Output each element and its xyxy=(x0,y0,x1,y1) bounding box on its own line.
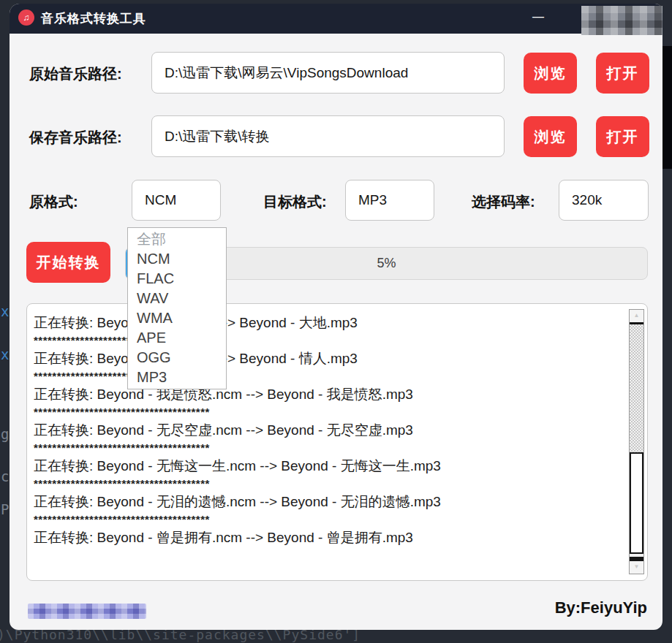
format-option-NCM[interactable]: NCM xyxy=(128,249,226,269)
log-message: 正在转换: Beyond - 我是愤怒.ncm --> Beyond - 我是愤… xyxy=(34,384,611,404)
log-content: 正在转换: Beyond - 大地.ncm --> Beyond - 大地.mp… xyxy=(34,313,611,547)
save-path-label: 保存音乐路径: xyxy=(29,128,122,148)
log-message: 正在转换: Beyond - 无悔这一生.ncm --> Beyond - 无悔… xyxy=(34,456,611,476)
censored-titlebar-block xyxy=(581,6,662,35)
source-format-dropdown: 全部NCMFLACWAVWMAAPEOGGMP3 xyxy=(127,227,227,389)
scrollbar-up-icon[interactable]: ▲ xyxy=(630,310,643,324)
log-message: 正在转换: Beyond - 曾是拥有.ncm --> Beyond - 曾是拥… xyxy=(34,528,611,547)
format-option-WMA[interactable]: WMA xyxy=(128,308,226,328)
author-credit: By:FeiyuYip xyxy=(468,598,647,617)
save-path-input[interactable] xyxy=(151,115,505,157)
source-open-button[interactable]: 打开 xyxy=(596,53,649,94)
log-message: 正在转换: Beyond - 大地.ncm --> Beyond - 大地.mp… xyxy=(34,313,611,332)
format-option-OGG[interactable]: OGG xyxy=(128,348,226,368)
format-option-APE[interactable]: APE xyxy=(128,328,226,348)
background-right-edge xyxy=(662,46,672,169)
source-browse-button[interactable]: 浏览 xyxy=(524,53,577,94)
target-format-label: 目标格式: xyxy=(263,192,327,212)
save-browse-button[interactable]: 浏览 xyxy=(524,116,577,157)
scrollbar-down-icon[interactable]: ▼ xyxy=(630,559,643,574)
start-convert-button[interactable]: 开始转换 xyxy=(26,242,110,283)
log-message: 正在转换: Beyond - 无泪的遗憾.ncm --> Beyond - 无泪… xyxy=(34,492,611,511)
log-separator: ************************************** xyxy=(34,404,611,420)
screen: )\Python310\\lib\\site-packages\\PySide6… xyxy=(0,0,672,643)
log-scrollbar[interactable]: ▲ ▼ xyxy=(629,309,644,574)
window-title: 音乐格式转换工具 xyxy=(41,10,146,27)
scrollbar-thumb[interactable] xyxy=(630,452,643,554)
source-path-label: 原始音乐路径: xyxy=(29,64,122,84)
format-option-全部[interactable]: 全部 xyxy=(128,229,226,249)
music-note-icon: ♫ xyxy=(18,9,34,26)
bitrate-label: 选择码率: xyxy=(472,192,535,212)
format-option-WAV[interactable]: WAV xyxy=(128,289,226,308)
log-message: 正在转换: Beyond - 无尽空虚.ncm --> Beyond - 无尽空… xyxy=(34,420,611,440)
log-separator: ************************************** xyxy=(34,476,611,492)
bitrate-select[interactable]: 320k xyxy=(559,180,649,221)
censored-footer-link[interactable] xyxy=(28,604,146,619)
minimize-button[interactable]: — xyxy=(528,8,548,27)
save-open-button[interactable]: 打开 xyxy=(596,116,649,157)
source-path-input[interactable] xyxy=(151,52,505,94)
format-option-FLAC[interactable]: FLAC xyxy=(128,269,226,289)
log-separator: ************************************** xyxy=(34,368,611,384)
log-separator: ************************************** xyxy=(34,440,611,456)
format-option-MP3[interactable]: MP3 xyxy=(128,368,226,387)
scrollbar-track[interactable] xyxy=(630,324,643,452)
target-format-select[interactable]: MP3 xyxy=(345,180,434,221)
source-format-select[interactable]: NCM xyxy=(132,180,221,221)
log-separator: ************************************** xyxy=(34,332,611,349)
log-message: 正在转换: Beyond - 情人.ncm --> Beyond - 情人.mp… xyxy=(34,349,611,368)
log-separator: ************************************** xyxy=(34,511,611,528)
source-format-label: 原格式: xyxy=(29,192,78,212)
